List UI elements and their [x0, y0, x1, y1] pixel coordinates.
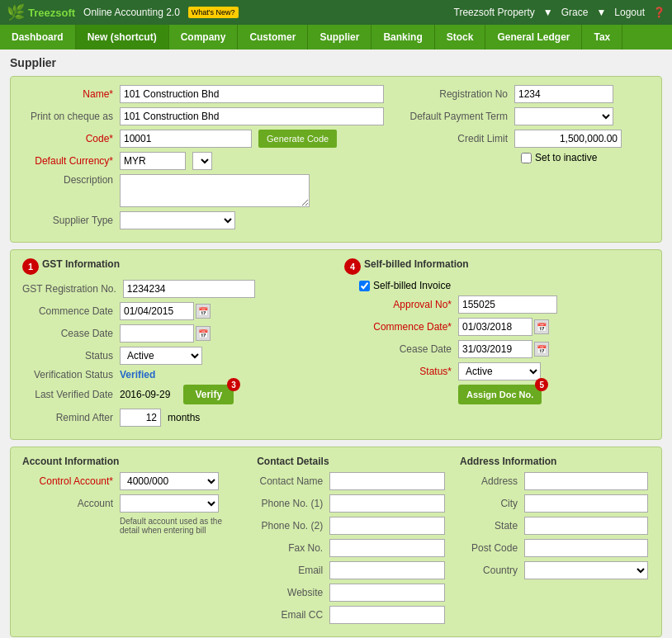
badge-3: 3 [227, 378, 240, 391]
gst-reg-label: GST Registration No. [22, 283, 116, 295]
gst-cease-calendar-icon[interactable]: 📅 [196, 326, 211, 341]
gst-col: 1 GST Information GST Registration No. C… [22, 258, 328, 431]
supplier-type-select[interactable] [120, 211, 235, 229]
row-assign-doc: Assign Doc No. 5 [344, 385, 650, 404]
nav-dashboard[interactable]: Dashboard [0, 25, 76, 50]
city-input[interactable] [524, 494, 648, 513]
logo-icon: 🌿 [7, 3, 25, 21]
user-name[interactable]: Grace [561, 7, 589, 18]
state-label: State [460, 520, 518, 532]
gst-commence-input[interactable] [120, 302, 194, 320]
nav-tax[interactable]: Tax [582, 25, 622, 50]
address-input[interactable] [524, 472, 648, 490]
row-sb-commence: Commence Date* 📅 [344, 318, 650, 336]
sb-cease-calendar-icon[interactable]: 📅 [534, 342, 549, 357]
self-billed-invoice-checkbox[interactable] [359, 281, 370, 291]
address-col: Address Information Address City State P… [460, 456, 650, 628]
description-label: Description [22, 174, 113, 186]
row-set-inactive: Set to inactive [400, 152, 650, 163]
nav-customer[interactable]: Customer [238, 25, 308, 50]
row-print-cheque: Print on cheque as [22, 107, 384, 125]
account-select[interactable] [120, 494, 219, 513]
assign-doc-button[interactable]: Assign Doc No. [458, 385, 542, 404]
email-cc-input[interactable] [329, 606, 445, 624]
name-input[interactable] [120, 85, 384, 103]
post-code-input[interactable] [524, 539, 648, 557]
nav-supplier[interactable]: Supplier [308, 25, 371, 50]
print-cheque-input[interactable] [120, 107, 384, 125]
sb-commence-input[interactable] [458, 318, 532, 336]
account-col: Account Information Control Account* 400… [22, 456, 244, 628]
nav-company[interactable]: Company [169, 25, 239, 50]
row-country: Country [460, 561, 650, 579]
badge-5: 5 [535, 378, 548, 391]
country-select[interactable] [524, 561, 648, 579]
approval-no-input[interactable] [458, 295, 557, 314]
main-col-right: Registration No Default Payment Term Cre… [400, 85, 650, 234]
row-phone1: Phone No. (1) [257, 494, 447, 513]
row-address: Address [460, 472, 650, 490]
page-content: Supplier Name* Print on cheque as Code* … [0, 50, 672, 638]
row-phone2: Phone No. (2) [257, 517, 447, 535]
row-state: State [460, 517, 650, 535]
app-name: Online Accounting 2.0 [83, 7, 180, 18]
default-currency-input[interactable] [120, 152, 186, 170]
website-input[interactable] [329, 584, 445, 602]
sb-commence-label: Commence Date* [344, 321, 452, 333]
state-input[interactable] [524, 517, 648, 535]
fax-input[interactable] [329, 539, 445, 557]
generate-code-button[interactable]: Generate Code [258, 130, 337, 148]
gst-commence-calendar-icon[interactable]: 📅 [196, 304, 211, 319]
self-billed-checkbox-row: Self-billed Invoice [359, 280, 451, 291]
verification-status-label: Verification Status [22, 369, 113, 380]
sb-cease-input[interactable] [458, 340, 532, 358]
phone1-input[interactable] [329, 494, 445, 513]
country-label: Country [460, 565, 518, 576]
gst-cease-input[interactable] [120, 324, 194, 343]
gst-commence-label: Commence Date [22, 305, 113, 317]
code-label: Code* [22, 133, 113, 144]
post-code-label: Post Code [460, 542, 518, 554]
nav-new[interactable]: New (shortcut) [76, 25, 169, 50]
credit-limit-input[interactable] [514, 130, 622, 148]
contact-details-title: Contact Details [257, 456, 447, 467]
whats-new-badge[interactable]: What's New? [188, 7, 239, 19]
help-icon: ❓ [653, 7, 665, 18]
email-cc-label: Email CC [257, 609, 323, 621]
description-input[interactable] [120, 174, 310, 207]
nav-general-ledger[interactable]: General Ledger [485, 25, 582, 50]
set-inactive-checkbox[interactable] [521, 153, 532, 163]
verify-button[interactable]: Verify [183, 385, 234, 404]
gst-status-label: Status [22, 350, 113, 362]
gst-reg-input[interactable] [123, 280, 255, 298]
sb-status-select[interactable]: Active [458, 362, 541, 380]
contact-name-input[interactable] [329, 472, 445, 490]
row-control-account: Control Account* 4000/000 [22, 472, 244, 490]
top-bar: 🌿 Treezsoft Online Accounting 2.0 What's… [0, 0, 672, 25]
self-billed-title: Self-billed Information [364, 258, 469, 270]
sb-commence-calendar-icon[interactable]: 📅 [534, 319, 549, 334]
row-contact-name: Contact Name [257, 472, 447, 490]
payment-term-select[interactable] [514, 107, 613, 125]
code-input[interactable] [120, 130, 252, 148]
reg-no-input[interactable] [514, 85, 613, 103]
gst-title: GST Information [42, 258, 120, 270]
email-input[interactable] [329, 561, 445, 579]
row-remind-after: Remind After months [22, 409, 328, 427]
row-email-cc: Email CC [257, 606, 447, 624]
control-account-select[interactable]: 4000/000 [120, 472, 219, 490]
row-supplier-type: Supplier Type [22, 211, 384, 229]
control-account-label: Control Account* [22, 475, 113, 487]
gst-status-select[interactable]: Active [120, 347, 202, 365]
nav-banking[interactable]: Banking [371, 25, 434, 50]
account-contact-address-section: Account Information Control Account* 400… [10, 447, 662, 637]
row-approval-no: Approval No* [344, 295, 650, 314]
nav-stock[interactable]: Stock [435, 25, 486, 50]
currency-select[interactable] [192, 152, 212, 170]
remind-after-input[interactable] [120, 409, 161, 427]
company-name[interactable]: Treezsoft Property [454, 7, 535, 18]
city-label: City [460, 498, 518, 509]
logout-link[interactable]: Logout [614, 7, 645, 18]
phone2-input[interactable] [329, 517, 445, 535]
badge-1: 1 [22, 258, 39, 275]
